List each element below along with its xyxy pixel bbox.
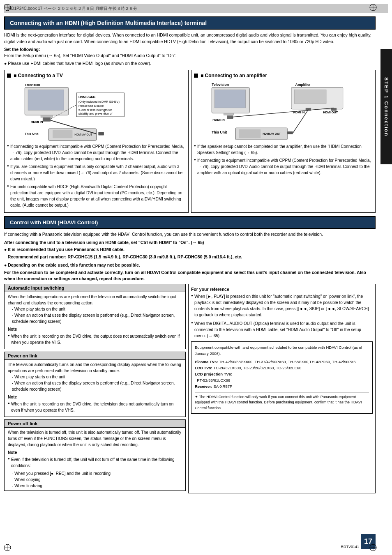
top-bar: RD1P24C.book 17 ページ ２０２６年２月６日 月曜日 午後３時２９… — [4, 4, 388, 13]
svg-text:HDMI OUT: HDMI OUT — [323, 111, 338, 114]
auto-dash-1: - When play starts on the unit — [8, 306, 182, 312]
hdavi-right-column: For your reference When [►, PLAY] is pre… — [188, 284, 376, 493]
hdavi-intro: If connecting with a Panasonic televisio… — [4, 231, 376, 238]
svg-rect-28 — [224, 113, 233, 115]
hdavi-title: Control with HDMI (HDAVI Control) — [4, 216, 376, 229]
connecting-to-amplifier-title: ■ Connecting to an amplifier — [194, 73, 373, 78]
svg-rect-9 — [41, 115, 53, 117]
corner-mark-bl — [3, 543, 12, 552]
set-following-label: Set the following: — [4, 47, 388, 52]
svg-text:Television: Television — [212, 83, 229, 87]
hdavi-left-column: Automatic input switching When the follo… — [4, 284, 186, 493]
step-label: STEP 1 Connection — [380, 49, 392, 164]
power-on-link-title: Power on link — [5, 352, 185, 360]
tv-connection-diagram: Television HDMI IN HDMI cable (Only incl… — [7, 81, 186, 143]
power-off-dash-2: - When copying — [8, 477, 182, 483]
equip-footnote: ✦ The HDAVI Control function will only w… — [195, 392, 369, 411]
page-container: RD1P24C.book 17 ページ ２０２６年２月６日 月曜日 午後３時２９… — [0, 0, 392, 555]
svg-text:This Unit: This Unit — [212, 130, 227, 134]
svg-text:HDMI IN: HDMI IN — [212, 118, 225, 122]
power-off-link-title: Power off link — [5, 420, 185, 428]
svg-rect-23 — [98, 132, 104, 136]
power-on-link-section: Power on link The television automatical… — [4, 352, 186, 417]
tv-note-3: For units compatible with HDCP (High-Ban… — [7, 184, 186, 208]
tv-note-2: If you are connecting to equipment that … — [7, 164, 186, 182]
equip-receiver: Receiver: SA-XR57P — [195, 383, 369, 389]
connecting-to-amplifier-section: ■ Connecting to an amplifier Television … — [191, 70, 376, 213]
power-on-dash-1: - When play starts on the unit — [8, 374, 182, 380]
svg-rect-42 — [287, 131, 293, 134]
power-on-note-label: Note — [8, 394, 182, 400]
svg-rect-40 — [239, 129, 261, 138]
svg-text:This Unit: This Unit — [25, 132, 39, 136]
power-off-note-1: Even if the television is turned off, th… — [8, 456, 182, 469]
for-your-reference-title: For your reference — [191, 287, 373, 292]
auto-note-1: When the unit is recording on the DVD dr… — [8, 333, 182, 345]
amplifier-notes: If the speaker setup cannot be completed… — [194, 143, 373, 176]
svg-text:HDMI AV OUT: HDMI AV OUT — [263, 132, 281, 135]
main-title: Connecting with an HDMI (High Definition… — [4, 16, 376, 30]
top-bar-text: RD1P24C.book 17 ページ ２０２６年２月６日 月曜日 午後３時２９… — [8, 6, 138, 12]
amp-note-2: If connecting to equipment incompatible … — [194, 157, 373, 176]
equip-lcd-projection-val: PT-52/56/61LCX66 — [195, 377, 369, 383]
connecting-to-tv-title: ■ Connecting to a TV — [7, 73, 186, 78]
power-on-dash-2: - When an action that uses the display s… — [8, 380, 182, 392]
svg-rect-8 — [28, 90, 64, 110]
hdavi-instruction4: For the connection to be completed and a… — [4, 269, 376, 283]
power-off-note-label: Note — [8, 449, 182, 456]
svg-text:(Only included in DMR-ES46V): (Only included in DMR-ES46V) — [78, 100, 120, 104]
title-square-amp-icon — [194, 74, 198, 78]
automatic-input-switching-title: Automatic input switching — [5, 284, 185, 292]
hdavi-instruction1: After connecting the unit to a televisio… — [4, 240, 376, 246]
page-code: RDTV0141 — [341, 545, 359, 549]
power-on-note-1: When the unit is recording on the DVD dr… — [8, 401, 182, 413]
automatic-input-switching-body: When the following operations are perfor… — [5, 292, 185, 349]
hdavi-detail-columns: Automatic input switching When the follo… — [4, 284, 376, 493]
ref-note-1: When [►, PLAY] is pressed on this unit f… — [191, 293, 373, 318]
equip-plasma: Plasma TVs: TH-42/50/58PX600, TH-37/42/5… — [195, 359, 369, 365]
svg-rect-27 — [214, 90, 245, 108]
ref-note-2: When the DIGITAL AUDIO OUT (Optical) ter… — [191, 320, 373, 339]
equip-lcd: LCD TVs: TC-26/32LX600, TC-23/26/32LX60,… — [195, 365, 369, 371]
connection-diagrams: ■ Connecting to a TV Television HDMI IN … — [4, 70, 376, 213]
svg-rect-33 — [295, 90, 326, 104]
svg-rect-11 — [43, 117, 51, 122]
cable-note: ● Please use HDMI cables that have the H… — [4, 60, 388, 67]
svg-rect-21 — [53, 130, 72, 138]
tv-note-1: If connecting to equipment incompatible … — [7, 143, 186, 162]
amplifier-connection-diagram: Television HDMI IN Amplifier HDMI IN HDM… — [194, 81, 373, 143]
hdavi-instruction3: ● Depending on the cable used, this func… — [4, 262, 376, 269]
equip-intro: Equipment compatible with and equipment … — [195, 344, 369, 357]
equip-lcd-projection: LCD projection TVs: — [195, 371, 369, 377]
amp-note-1: If the speaker setup cannot be completed… — [194, 143, 373, 156]
svg-text:Television: Television — [25, 83, 40, 87]
corner-mark-br — [369, 543, 377, 552]
power-off-link-section: Power off link When the television is tu… — [4, 419, 186, 491]
tv-notes: If connecting to equipment incompatible … — [7, 143, 186, 208]
automatic-input-switching-section: Automatic input switching When the follo… — [4, 284, 186, 349]
power-off-link-body: When the television is turned off, this … — [5, 428, 185, 491]
svg-text:5.0 m or less in length for: 5.0 m or less in length for — [78, 108, 112, 112]
svg-text:HDMI IN: HDMI IN — [31, 120, 43, 124]
auto-dash-2: - When an action that uses the display s… — [8, 312, 182, 325]
corner-mark-tr — [369, 3, 377, 12]
power-off-dash-1: - When you pressed [●, REC] and the unit… — [8, 470, 182, 477]
corner-mark-tl — [3, 3, 12, 12]
svg-text:HDMI AV OUT: HDMI AV OUT — [74, 133, 92, 136]
svg-text:Please use a cable: Please use a cable — [78, 104, 104, 108]
equipment-list: Equipment compatible with and equipment … — [191, 341, 373, 414]
auto-note-label: Note — [8, 326, 182, 332]
intro-text: HDMI is the next-generation interface fo… — [4, 32, 376, 45]
svg-text:Amplifier: Amplifier — [295, 83, 311, 87]
title-square-icon — [7, 74, 11, 78]
setup-instruction: From the Setup menu (→ 65), Set "HDMI Vi… — [4, 53, 376, 59]
power-on-link-body: The television automatically turns on an… — [5, 360, 185, 417]
power-off-dash-3: - When finalizing — [8, 483, 182, 489]
svg-text:HDMI cable: HDMI cable — [78, 95, 96, 99]
svg-text:stability and prevention of: stability and prevention of — [78, 112, 113, 115]
hdavi-instruction2: ● It is recommended that you use Panason… — [4, 246, 376, 253]
connecting-to-tv-section: ■ Connecting to a TV Television HDMI IN … — [4, 70, 189, 213]
hdavi-recommended: Recommended part number: RP-CDHG15 (1.5 … — [4, 254, 376, 260]
